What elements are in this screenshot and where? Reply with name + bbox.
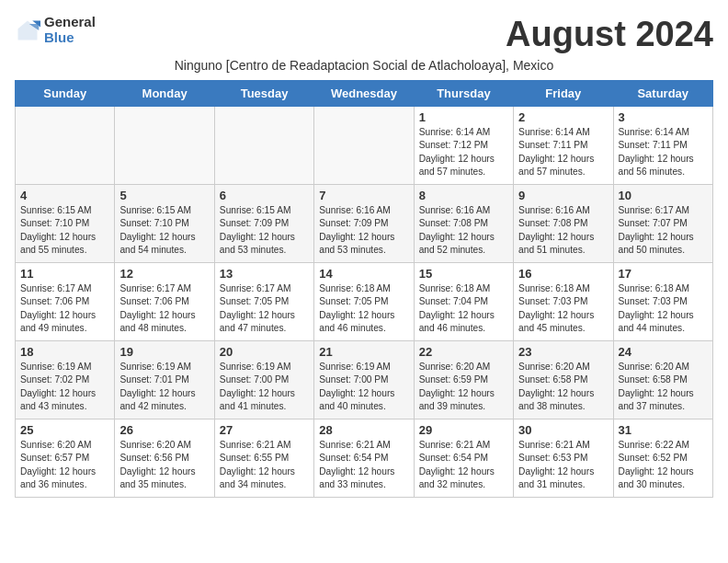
calendar-cell: 4Sunrise: 6:15 AMSunset: 7:10 PMDaylight… (16, 185, 115, 263)
calendar-cell: 12Sunrise: 6:17 AMSunset: 7:06 PMDayligh… (115, 263, 214, 341)
calendar-cell: 29Sunrise: 6:21 AMSunset: 6:54 PMDayligh… (414, 419, 513, 498)
day-number: 29 (419, 423, 508, 437)
day-number: 28 (319, 423, 408, 437)
day-info: Sunrise: 6:17 AMSunset: 7:05 PMDaylight:… (220, 282, 309, 335)
day-info: Sunrise: 6:15 AMSunset: 7:09 PMDaylight:… (220, 204, 309, 257)
day-number: 20 (220, 345, 309, 359)
header-monday: Monday (115, 81, 214, 107)
day-info: Sunrise: 6:16 AMSunset: 7:08 PMDaylight:… (518, 204, 608, 257)
day-number: 22 (419, 345, 508, 359)
calendar-week-2: 4Sunrise: 6:15 AMSunset: 7:10 PMDaylight… (16, 185, 713, 263)
header-thursday: Thursday (414, 81, 513, 107)
day-number: 6 (220, 189, 309, 202)
calendar-cell: 22Sunrise: 6:20 AMSunset: 6:59 PMDayligh… (414, 341, 513, 419)
day-info: Sunrise: 6:14 AMSunset: 7:12 PMDaylight:… (419, 126, 508, 178)
day-number: 26 (119, 423, 209, 437)
day-number: 30 (518, 423, 608, 437)
calendar-cell: 17Sunrise: 6:18 AMSunset: 7:03 PMDayligh… (613, 263, 712, 341)
day-info: Sunrise: 6:15 AMSunset: 7:10 PMDaylight:… (119, 204, 209, 257)
day-number: 16 (518, 267, 608, 281)
calendar-cell: 8Sunrise: 6:16 AMSunset: 7:08 PMDaylight… (414, 185, 513, 263)
calendar-cell: 18Sunrise: 6:19 AMSunset: 7:02 PMDayligh… (16, 341, 115, 419)
header-friday: Friday (514, 81, 613, 107)
day-number: 27 (220, 423, 309, 437)
logo-icon (15, 17, 40, 43)
day-info: Sunrise: 6:16 AMSunset: 7:08 PMDaylight:… (419, 204, 508, 257)
day-info: Sunrise: 6:21 AMSunset: 6:54 PMDaylight:… (319, 439, 408, 491)
day-info: Sunrise: 6:20 AMSunset: 6:57 PMDaylight:… (20, 439, 109, 491)
day-number: 7 (319, 189, 408, 202)
subtitle: Ninguno [Centro de Readaptacion Social d… (15, 58, 713, 73)
day-info: Sunrise: 6:17 AMSunset: 7:06 PMDaylight:… (119, 282, 209, 335)
day-number: 18 (20, 345, 109, 359)
calendar-cell (314, 107, 414, 185)
calendar-week-4: 18Sunrise: 6:19 AMSunset: 7:02 PMDayligh… (16, 341, 713, 419)
day-number: 13 (220, 267, 309, 281)
calendar-cell (16, 107, 115, 185)
calendar-cell: 20Sunrise: 6:19 AMSunset: 7:00 PMDayligh… (214, 341, 313, 419)
day-info: Sunrise: 6:14 AMSunset: 7:11 PMDaylight:… (619, 126, 708, 178)
day-number: 21 (319, 345, 408, 359)
day-info: Sunrise: 6:20 AMSunset: 6:58 PMDaylight:… (518, 361, 608, 413)
day-info: Sunrise: 6:21 AMSunset: 6:55 PMDaylight:… (220, 439, 309, 491)
calendar-cell: 11Sunrise: 6:17 AMSunset: 7:06 PMDayligh… (16, 263, 115, 341)
calendar-table: SundayMondayTuesdayWednesdayThursdayFrid… (15, 80, 713, 498)
day-info: Sunrise: 6:20 AMSunset: 6:58 PMDaylight:… (619, 361, 708, 413)
calendar-cell: 21Sunrise: 6:19 AMSunset: 7:00 PMDayligh… (314, 341, 414, 419)
calendar-cell: 9Sunrise: 6:16 AMSunset: 7:08 PMDaylight… (514, 185, 613, 263)
day-info: Sunrise: 6:21 AMSunset: 6:53 PMDaylight:… (518, 439, 608, 491)
calendar-cell: 27Sunrise: 6:21 AMSunset: 6:55 PMDayligh… (214, 419, 313, 498)
day-number: 17 (619, 267, 708, 281)
day-info: Sunrise: 6:18 AMSunset: 7:03 PMDaylight:… (619, 282, 708, 335)
calendar-cell: 5Sunrise: 6:15 AMSunset: 7:10 PMDaylight… (115, 185, 214, 263)
day-info: Sunrise: 6:19 AMSunset: 7:02 PMDaylight:… (20, 361, 109, 413)
calendar-cell (115, 107, 214, 185)
calendar-cell: 19Sunrise: 6:19 AMSunset: 7:01 PMDayligh… (115, 341, 214, 419)
header-sunday: Sunday (16, 81, 115, 107)
calendar-header-row: SundayMondayTuesdayWednesdayThursdayFrid… (16, 81, 713, 107)
day-info: Sunrise: 6:17 AMSunset: 7:06 PMDaylight:… (20, 282, 109, 335)
day-info: Sunrise: 6:14 AMSunset: 7:11 PMDaylight:… (518, 126, 608, 178)
calendar-cell: 14Sunrise: 6:18 AMSunset: 7:05 PMDayligh… (314, 263, 414, 341)
day-info: Sunrise: 6:20 AMSunset: 6:56 PMDaylight:… (119, 439, 209, 491)
day-info: Sunrise: 6:21 AMSunset: 6:54 PMDaylight:… (419, 439, 508, 491)
calendar-cell (214, 107, 313, 185)
calendar-cell: 30Sunrise: 6:21 AMSunset: 6:53 PMDayligh… (514, 419, 613, 498)
calendar-cell: 31Sunrise: 6:22 AMSunset: 6:52 PMDayligh… (613, 419, 712, 498)
day-info: Sunrise: 6:22 AMSunset: 6:52 PMDaylight:… (619, 439, 708, 491)
day-number: 8 (419, 189, 508, 202)
calendar-cell: 16Sunrise: 6:18 AMSunset: 7:03 PMDayligh… (514, 263, 613, 341)
day-number: 3 (619, 110, 708, 124)
calendar-cell: 1Sunrise: 6:14 AMSunset: 7:12 PMDaylight… (414, 107, 513, 185)
day-info: Sunrise: 6:19 AMSunset: 7:00 PMDaylight:… (220, 361, 309, 413)
month-title: August 2024 (506, 15, 713, 54)
calendar-cell: 28Sunrise: 6:21 AMSunset: 6:54 PMDayligh… (314, 419, 414, 498)
day-info: Sunrise: 6:19 AMSunset: 7:01 PMDaylight:… (119, 361, 209, 413)
calendar-cell: 15Sunrise: 6:18 AMSunset: 7:04 PMDayligh… (414, 263, 513, 341)
day-info: Sunrise: 6:20 AMSunset: 6:59 PMDaylight:… (419, 361, 508, 413)
calendar-cell: 26Sunrise: 6:20 AMSunset: 6:56 PMDayligh… (115, 419, 214, 498)
day-info: Sunrise: 6:17 AMSunset: 7:07 PMDaylight:… (619, 204, 708, 257)
day-number: 2 (518, 110, 608, 124)
day-info: Sunrise: 6:18 AMSunset: 7:05 PMDaylight:… (319, 282, 408, 335)
day-number: 1 (419, 110, 508, 124)
day-number: 19 (119, 345, 209, 359)
calendar-cell: 24Sunrise: 6:20 AMSunset: 6:58 PMDayligh… (613, 341, 712, 419)
calendar-cell: 10Sunrise: 6:17 AMSunset: 7:07 PMDayligh… (613, 185, 712, 263)
day-info: Sunrise: 6:15 AMSunset: 7:10 PMDaylight:… (20, 204, 109, 257)
day-number: 14 (319, 267, 408, 281)
calendar-cell: 2Sunrise: 6:14 AMSunset: 7:11 PMDaylight… (514, 107, 613, 185)
day-number: 5 (119, 189, 209, 202)
day-info: Sunrise: 6:19 AMSunset: 7:00 PMDaylight:… (319, 361, 408, 413)
logo-general-text: General (44, 15, 96, 30)
calendar-cell: 7Sunrise: 6:16 AMSunset: 7:09 PMDaylight… (314, 185, 414, 263)
day-number: 12 (119, 267, 209, 281)
calendar-cell: 25Sunrise: 6:20 AMSunset: 6:57 PMDayligh… (16, 419, 115, 498)
day-number: 4 (20, 189, 109, 202)
logo-blue-text: Blue (44, 30, 96, 46)
calendar-cell: 13Sunrise: 6:17 AMSunset: 7:05 PMDayligh… (214, 263, 313, 341)
day-number: 9 (518, 189, 608, 202)
logo: General Blue (15, 15, 96, 45)
calendar-cell: 23Sunrise: 6:20 AMSunset: 6:58 PMDayligh… (514, 341, 613, 419)
calendar-cell: 6Sunrise: 6:15 AMSunset: 7:09 PMDaylight… (214, 185, 313, 263)
